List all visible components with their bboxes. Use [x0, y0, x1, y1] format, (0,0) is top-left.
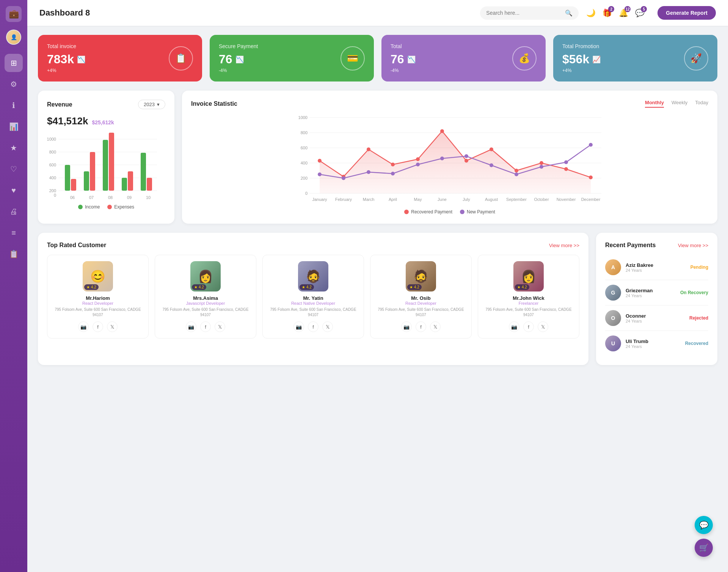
search-input[interactable]	[486, 10, 562, 16]
chat-fab[interactable]: 💬	[695, 516, 713, 534]
svg-text:600: 600	[301, 146, 308, 150]
payment-name-2: Oconner	[626, 313, 685, 319]
payment-item-2[interactable]: O Oconner 24 Years Rejected	[605, 306, 708, 331]
chat-icon[interactable]: 💬 5	[635, 8, 645, 17]
svg-rect-16	[65, 165, 70, 191]
customer-role-4: Freelancer	[483, 301, 574, 306]
sidebar-avatar[interactable]: 👤	[6, 30, 21, 45]
customer-addr-3: 795 Folsom Ave, Suite 600 San Francisco,…	[375, 307, 467, 318]
legend-income-label: Income	[85, 204, 100, 210]
instagram-icon-2[interactable]: 📷	[293, 321, 304, 332]
facebook-icon-3[interactable]: f	[416, 321, 426, 332]
facebook-icon-1[interactable]: f	[200, 321, 211, 332]
customer-role-2: React Native Developer	[267, 301, 359, 306]
svg-text:July: July	[463, 197, 470, 202]
instagram-icon-0[interactable]: 📷	[78, 321, 89, 332]
sidebar-item-star[interactable]: ★	[5, 139, 23, 157]
bottom-row: Top Rated Customer View more >> 😊 ★ 4.2 …	[38, 233, 717, 365]
sidebar-item-chart[interactable]: 📊	[5, 118, 23, 136]
stat-change-3: +4%	[562, 68, 601, 73]
sidebar-item-heart-outline[interactable]: ♡	[5, 160, 23, 178]
customer-card-2[interactable]: 🧔 ★ 4.2 Mr. Yatin React Native Developer…	[262, 255, 364, 338]
sidebar-item-settings[interactable]: ⚙	[5, 75, 23, 93]
stat-card-secure-payment[interactable]: Secure Payment 76 📉 -4% 💳	[210, 35, 374, 81]
stat-card-total-invoice[interactable]: Total invoice 783k 📉 +4% 📋	[38, 35, 202, 81]
tab-monthly[interactable]: Monthly	[645, 100, 664, 108]
twitter-icon-0[interactable]: 𝕏	[107, 321, 118, 332]
svg-text:200: 200	[301, 176, 308, 180]
sidebar-item-info[interactable]: ℹ	[5, 96, 23, 114]
facebook-icon-0[interactable]: f	[93, 321, 103, 332]
payment-item-3[interactable]: U Uli Trumb 24 Years Recovered	[605, 331, 708, 356]
invoice-card-header: Invoice Statistic Monthly Weekly Today	[191, 100, 708, 108]
stat-value-3: $56k	[562, 52, 589, 66]
sidebar-item-file[interactable]: 📋	[5, 245, 23, 263]
stat-change-1: -4%	[219, 68, 258, 73]
svg-point-59	[515, 169, 518, 172]
gift-icon[interactable]: 🎁 2	[602, 8, 612, 17]
customer-card-1[interactable]: 👩 ★ 4.2 Mrs.Asima Javascript Developer 7…	[155, 255, 256, 338]
svg-point-72	[540, 165, 543, 169]
svg-text:06: 06	[70, 195, 75, 200]
year-select[interactable]: 2023 ▾	[138, 100, 165, 109]
svg-text:07: 07	[89, 195, 94, 200]
payment-item-1[interactable]: G Griezerman 24 Years On Recovery	[605, 280, 708, 306]
bar-chart-svg: 1000 800 600 400 200 0 06 07 08 09 10	[47, 132, 161, 200]
customer-social-2: 📷 f 𝕏	[267, 321, 359, 332]
customer-avatar-0: 😊 ★ 4.2	[83, 261, 113, 291]
tab-weekly[interactable]: Weekly	[672, 100, 687, 108]
svg-point-61	[564, 167, 568, 171]
sidebar-item-list[interactable]: ≡	[5, 224, 23, 242]
invoice-tabs: Monthly Weekly Today	[645, 100, 708, 108]
instagram-icon-4[interactable]: 📷	[509, 321, 519, 332]
sidebar-item-heart-fill[interactable]: ♥	[5, 181, 23, 199]
payments-list: A Aziz Bakree 24 Years Pending G	[605, 255, 708, 356]
cart-fab[interactable]: 🛒	[695, 539, 713, 557]
legend-new-payment-dot	[460, 210, 464, 214]
svg-rect-24	[141, 153, 146, 191]
header: Dashboard 8 🔍 🌙 🎁 2 🔔 12 💬 5 Generate Re…	[27, 0, 728, 26]
customer-card-3[interactable]: 🧔 ★ 4.2 Mr. Osib React Developer 795 Fol…	[370, 255, 472, 338]
svg-point-74	[589, 143, 593, 147]
facebook-icon-2[interactable]: f	[308, 321, 318, 332]
customer-card-4[interactable]: 👩 ★ 4.2 Mr.John Wick Freelancer 795 Fols…	[478, 255, 579, 338]
stat-card-total[interactable]: Total 76 📉 -4% 💰	[381, 35, 546, 81]
payment-avatar-3: U	[605, 335, 621, 351]
legend-expenses: Expenses	[107, 204, 134, 210]
twitter-icon-1[interactable]: 𝕏	[215, 321, 225, 332]
svg-point-60	[540, 161, 543, 165]
svg-text:January: January	[312, 197, 327, 202]
search-bar[interactable]: 🔍	[480, 6, 579, 20]
payment-avatar-0: A	[605, 259, 621, 275]
twitter-icon-2[interactable]: 𝕏	[322, 321, 333, 332]
stat-change-icon-1: 📉	[235, 55, 244, 64]
twitter-icon-4[interactable]: 𝕏	[538, 321, 548, 332]
twitter-icon-3[interactable]: 𝕏	[430, 321, 441, 332]
payment-item-0[interactable]: A Aziz Bakree 24 Years Pending	[605, 255, 708, 280]
stat-icon-circle-1: 💳	[340, 46, 365, 71]
customer-card-0[interactable]: 😊 ★ 4.2 Mr.Hariom React Developer 795 Fo…	[47, 255, 149, 338]
payment-info-0: Aziz Bakree 24 Years	[626, 262, 686, 273]
sidebar-item-print[interactable]: 🖨	[5, 202, 23, 221]
charts-row: Revenue 2023 ▾ $41,512k $25,612k	[38, 91, 717, 224]
invoice-title: Invoice Statistic	[191, 100, 237, 107]
customer-addr-0: 795 Folsom Ave, Suite 600 San Francisco,…	[52, 307, 144, 318]
svg-rect-25	[147, 178, 152, 191]
tab-today[interactable]: Today	[695, 100, 708, 108]
bell-icon[interactable]: 🔔 12	[619, 8, 628, 17]
sidebar-item-dashboard[interactable]: ⊞	[5, 54, 23, 72]
payment-info-3: Uli Trumb 24 Years	[626, 338, 681, 349]
payments-view-more[interactable]: View more >>	[678, 243, 708, 248]
stat-card-total-promotion[interactable]: Total Promotion $56k 📈 +4% 🚀	[553, 35, 717, 81]
instagram-icon-1[interactable]: 📷	[186, 321, 196, 332]
main-content: Dashboard 8 🔍 🌙 🎁 2 🔔 12 💬 5 Generate Re…	[27, 0, 728, 572]
moon-icon[interactable]: 🌙	[586, 8, 596, 17]
instagram-icon-3[interactable]: 📷	[401, 321, 412, 332]
customers-view-more[interactable]: View more >>	[549, 243, 579, 248]
customer-name-4: Mr.John Wick	[483, 295, 574, 301]
sidebar-nav: ⊞ ⚙ ℹ 📊 ★ ♡ ♥ 🖨 ≡ 📋	[0, 54, 27, 263]
gift-badge: 2	[608, 6, 614, 12]
facebook-icon-4[interactable]: f	[523, 321, 534, 332]
payment-status-1: On Recovery	[680, 290, 708, 295]
generate-report-button[interactable]: Generate Report	[657, 6, 716, 20]
